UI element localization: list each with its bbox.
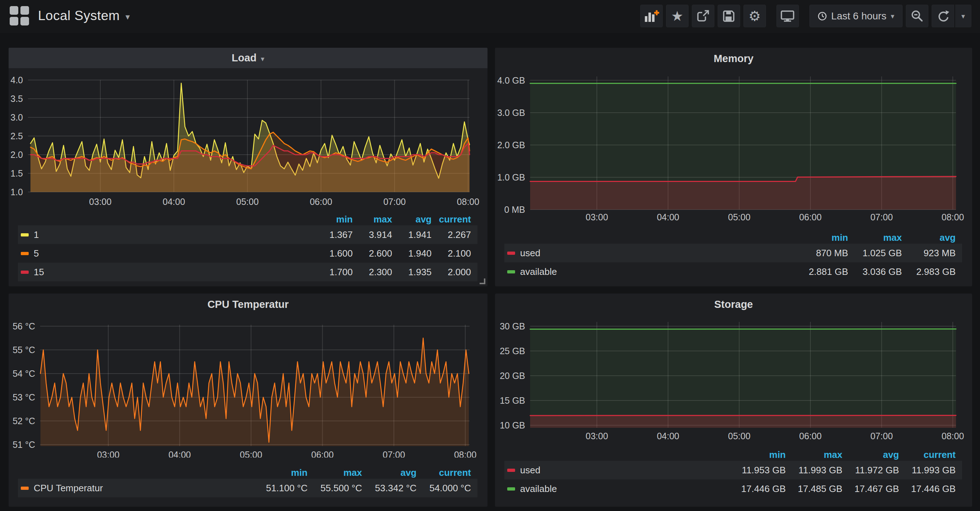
legend-column-avg[interactable]: avg xyxy=(392,214,431,225)
memory-legend: minmaxavgused870 MB1.025 GB923 MBavailab… xyxy=(504,232,962,281)
legend-series-label[interactable]: 5 xyxy=(21,248,313,259)
svg-text:06:00: 06:00 xyxy=(799,431,822,441)
legend-stat-value: 2.300 xyxy=(353,267,392,278)
svg-text:04:00: 04:00 xyxy=(169,450,191,458)
legend-column-min[interactable]: min xyxy=(253,467,307,478)
legend-column-max[interactable]: max xyxy=(848,232,902,243)
settings-button[interactable]: ⚙ xyxy=(743,5,766,27)
series-name[interactable]: used xyxy=(520,465,540,476)
legend-stat-value: 17.446 GB xyxy=(729,483,786,495)
legend-column-max[interactable]: max xyxy=(307,467,362,478)
svg-text:05:00: 05:00 xyxy=(728,431,751,441)
svg-text:55 °C: 55 °C xyxy=(13,345,35,355)
svg-text:1.0: 1.0 xyxy=(10,187,23,197)
legend-series-label[interactable]: 15 xyxy=(21,267,313,278)
svg-text:52 °C: 52 °C xyxy=(13,416,35,426)
legend-stat-value: 17.485 GB xyxy=(786,483,842,495)
legend-column-current[interactable]: current xyxy=(417,467,471,478)
dashboard-title[interactable]: Local System xyxy=(38,8,120,23)
share-icon xyxy=(696,10,710,23)
panel-resize-handle[interactable] xyxy=(480,278,485,284)
star-button[interactable]: ★ xyxy=(666,5,689,27)
legend-column-min[interactable]: min xyxy=(313,214,353,225)
series-name[interactable]: available xyxy=(520,483,557,495)
save-button[interactable] xyxy=(718,5,740,27)
dashboard-grid-icon[interactable] xyxy=(9,6,29,26)
legend-row: used870 MB1.025 GB923 MB xyxy=(504,244,962,262)
time-range-label: Last 6 hours xyxy=(831,10,886,22)
tv-kiosk-button[interactable] xyxy=(776,5,799,27)
legend-stat-value: 1.940 xyxy=(392,248,431,259)
series-color-swatch-icon[interactable] xyxy=(507,270,515,273)
legend-row: 11.3673.9141.9412.267 xyxy=(18,225,477,244)
svg-text:05:00: 05:00 xyxy=(728,212,751,222)
add-panel-button[interactable] xyxy=(640,5,663,27)
legend-column-max[interactable]: max xyxy=(786,449,842,460)
legend-stat-value: 54.000 °C xyxy=(417,483,471,494)
legend-stat-value: 11.993 GB xyxy=(899,465,956,476)
legend-series-label[interactable]: used xyxy=(507,465,729,476)
series-name[interactable]: available xyxy=(520,266,557,277)
storage-chart[interactable]: 30 GB25 GB20 GB15 GB10 GB03:0004:0005:00… xyxy=(495,316,972,449)
legend-series-label[interactable]: CPU Temperatur xyxy=(21,483,253,494)
legend-column-max[interactable]: max xyxy=(353,214,392,225)
legend-column-min[interactable]: min xyxy=(794,232,848,243)
panel-cpu-title[interactable]: CPU Temperatur xyxy=(9,299,487,310)
legend-stat-value: 53.342 °C xyxy=(362,483,417,494)
zoom-out-button[interactable] xyxy=(906,5,928,27)
panel-load-title: Load xyxy=(232,52,256,64)
legend-row: used11.953 GB11.993 GB11.972 GB11.993 GB xyxy=(504,461,962,479)
legend-stat-value: 17.467 GB xyxy=(842,483,899,495)
legend-column-avg[interactable]: avg xyxy=(902,232,956,243)
series-color-swatch-icon[interactable] xyxy=(507,252,515,255)
star-icon: ★ xyxy=(671,10,683,23)
series-name[interactable]: used xyxy=(520,248,540,259)
refresh-button[interactable] xyxy=(932,5,954,27)
series-name[interactable]: 1 xyxy=(34,229,39,240)
memory-chart[interactable]: 4.0 GB3.0 GB2.0 GB1.0 GB0 MB03:0004:0005… xyxy=(495,68,972,230)
cpu-temperature-legend: minmaxavgcurrentCPU Temperatur51.100 °C5… xyxy=(18,466,477,497)
legend-stat-value: 1.941 xyxy=(392,229,431,240)
svg-text:0 MB: 0 MB xyxy=(504,204,525,215)
legend-column-current[interactable]: current xyxy=(899,449,956,460)
share-button[interactable] xyxy=(692,5,714,27)
legend-series-label[interactable]: available xyxy=(507,266,794,277)
legend-stat-value: 1.025 GB xyxy=(848,248,902,259)
panel-load-header[interactable]: Load ▾ xyxy=(9,48,487,68)
legend-stat-value: 923 MB xyxy=(902,248,956,259)
svg-text:04:00: 04:00 xyxy=(657,431,679,441)
series-color-swatch-icon[interactable] xyxy=(507,487,515,490)
legend-column-avg[interactable]: avg xyxy=(362,467,417,478)
cpu-temperature-chart[interactable]: 56 °C55 °C54 °C53 °C52 °C51 °C03:0004:00… xyxy=(9,316,487,458)
legend-column-current[interactable]: current xyxy=(431,214,471,225)
series-name[interactable]: 5 xyxy=(34,248,39,259)
svg-text:10 GB: 10 GB xyxy=(500,420,525,430)
legend-column-avg[interactable]: avg xyxy=(842,449,899,460)
series-color-swatch-icon[interactable] xyxy=(21,271,29,274)
svg-text:54 °C: 54 °C xyxy=(13,369,35,378)
svg-text:06:00: 06:00 xyxy=(799,212,822,222)
svg-text:04:00: 04:00 xyxy=(657,212,679,222)
legend-series-label[interactable]: available xyxy=(507,483,729,495)
legend-header: minmaxavgcurrent xyxy=(18,466,477,479)
legend-series-label[interactable]: used xyxy=(507,248,794,259)
series-color-swatch-icon[interactable] xyxy=(21,233,29,236)
legend-column-min[interactable]: min xyxy=(729,449,786,460)
load-chart[interactable]: 4.03.53.02.52.01.51.003:0004:0005:0006:0… xyxy=(9,68,487,212)
series-color-swatch-icon[interactable] xyxy=(21,252,29,255)
series-color-swatch-icon[interactable] xyxy=(21,487,29,490)
series-name[interactable]: 15 xyxy=(34,267,44,278)
series-name[interactable]: CPU Temperatur xyxy=(34,483,103,494)
time-range-picker[interactable]: Last 6 hours ▾ xyxy=(810,5,902,27)
panel-storage-title[interactable]: Storage xyxy=(495,299,972,310)
panel-memory-title[interactable]: Memory xyxy=(495,53,972,65)
panel-storage: Storage 30 GB25 GB20 GB15 GB10 GB03:0004… xyxy=(495,294,972,507)
refresh-interval-dropdown[interactable]: ▾ xyxy=(955,5,971,27)
legend-row: available2.881 GB3.036 GB2.983 GB xyxy=(504,262,962,281)
dashboard-dropdown-caret-icon[interactable]: ▾ xyxy=(126,13,130,21)
storage-legend: minmaxavgcurrentused11.953 GB11.993 GB11… xyxy=(504,449,962,498)
series-color-swatch-icon[interactable] xyxy=(507,469,515,472)
panel-load-menu-caret-icon[interactable]: ▾ xyxy=(261,55,264,62)
svg-text:4.0: 4.0 xyxy=(10,75,23,85)
legend-series-label[interactable]: 1 xyxy=(21,229,313,240)
